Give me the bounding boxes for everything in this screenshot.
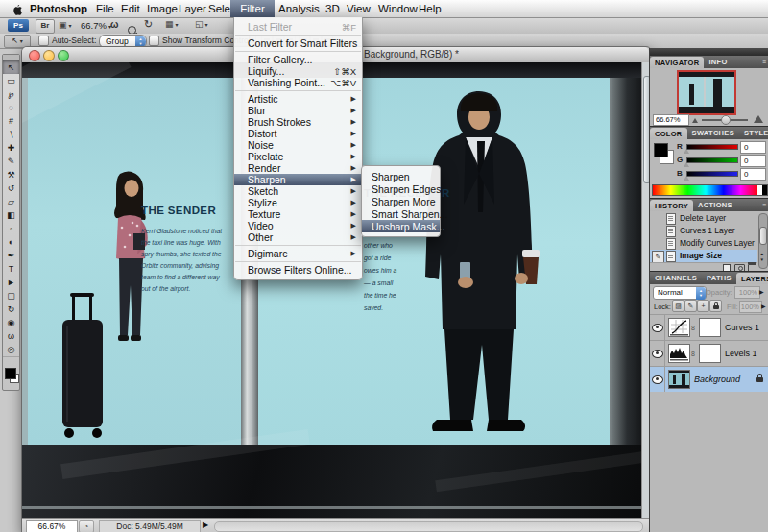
tool-zoom[interactable]: ◎ bbox=[3, 343, 19, 356]
menu-item-render[interactable]: Render▶ bbox=[234, 162, 362, 174]
menu-item-brush-strokes[interactable]: Brush Strokes▶ bbox=[234, 116, 362, 128]
tool-blur[interactable]: ◦ bbox=[3, 222, 19, 235]
menubar-item-photoshop[interactable]: Photoshop bbox=[25, 0, 92, 17]
submenu-item-unsharp-mask-highlighted[interactable]: Unsharp Mask... bbox=[362, 220, 440, 232]
status-pie-icon[interactable]: ◔ bbox=[79, 520, 94, 532]
minimize-window-button[interactable] bbox=[43, 50, 55, 61]
slider-thumb[interactable] bbox=[721, 115, 731, 125]
tool-brush[interactable]: ✎ bbox=[3, 155, 19, 168]
foreground-color-swatch[interactable] bbox=[5, 368, 16, 379]
lock-all-button[interactable] bbox=[709, 300, 722, 312]
tab-channels[interactable]: CHANNELS bbox=[650, 272, 702, 285]
menu-item-video[interactable]: Video▶ bbox=[234, 220, 362, 231]
tab-paths[interactable]: PATHS bbox=[702, 272, 736, 285]
opacity-slider-arrow[interactable]: ▶ bbox=[759, 288, 764, 295]
navigator-proxy-preview[interactable] bbox=[677, 70, 736, 115]
zoom-level-dropdown[interactable]: 66.7%▾ bbox=[81, 17, 111, 34]
menu-item-sharpen-highlighted[interactable]: Sharpen▶ bbox=[234, 174, 362, 185]
panel-menu-icon[interactable]: ≡ bbox=[762, 199, 768, 212]
menu-item-pixelate[interactable]: Pixelate▶ bbox=[234, 151, 362, 162]
menubar-item-view[interactable]: View bbox=[342, 0, 375, 17]
visibility-toggle[interactable] bbox=[650, 367, 665, 392]
lock-position-button[interactable]: + bbox=[697, 300, 709, 312]
green-slider[interactable] bbox=[686, 157, 738, 163]
red-slider[interactable] bbox=[686, 144, 738, 150]
tool-eyedropper[interactable]: ∖ bbox=[3, 128, 19, 141]
blend-mode-dropdown[interactable]: Normal ▲▼ bbox=[653, 286, 707, 300]
tool-clone-stamp[interactable]: ⚒ bbox=[3, 168, 19, 181]
launch-bridge-button[interactable]: Br bbox=[36, 19, 55, 34]
menu-item-digimarc[interactable]: Digimarc▶ bbox=[234, 248, 362, 259]
fill-slider-arrow[interactable]: ▶ bbox=[761, 302, 766, 309]
green-slider-thumb[interactable] bbox=[684, 162, 689, 167]
menu-item-sketch[interactable]: Sketch▶ bbox=[234, 185, 362, 197]
dock-header[interactable] bbox=[650, 48, 768, 55]
view-extras-button[interactable]: ▣▾ bbox=[59, 20, 72, 30]
tool-rectangular-marquee[interactable]: ▭ bbox=[3, 74, 19, 87]
black-swatch[interactable] bbox=[762, 184, 768, 196]
tab-actions[interactable]: ACTIONS bbox=[693, 199, 737, 212]
lock-transparency-button[interactable]: ▨ bbox=[672, 300, 684, 312]
zoom-in-icon[interactable] bbox=[754, 115, 763, 123]
submenu-item-sharpen-more[interactable]: Sharpen More bbox=[362, 195, 440, 207]
tool-crop[interactable]: # bbox=[3, 114, 19, 128]
zoom-window-button[interactable] bbox=[58, 50, 69, 61]
visibility-toggle[interactable] bbox=[650, 315, 665, 340]
menu-item-vanishing-point[interactable]: Vanishing Point...⌥⌘V bbox=[234, 77, 362, 88]
menu-item-liquify[interactable]: Liquify...⇧⌘X bbox=[234, 65, 362, 77]
history-state-modify-curves-layer[interactable]: Modify Curves Layer bbox=[650, 237, 757, 250]
arrange-documents-button[interactable]: ▦▾ bbox=[165, 19, 179, 29]
menubar-item-filter-active[interactable]: Filter bbox=[230, 0, 275, 17]
tool-rectangle-shape[interactable]: ▢ bbox=[3, 289, 19, 302]
history-state-curves-1-layer[interactable]: Curves 1 Layer bbox=[650, 225, 757, 237]
foreground-color-swatch[interactable] bbox=[654, 143, 668, 157]
blue-value-field[interactable]: 0 bbox=[740, 168, 766, 181]
document-size-info[interactable]: Doc: 5.49M/5.49M bbox=[99, 520, 201, 532]
red-value-field[interactable]: 0 bbox=[740, 141, 766, 154]
scroll-down-arrow[interactable]: ▼ bbox=[760, 257, 764, 262]
submenu-item-sharpen[interactable]: Sharpen bbox=[362, 170, 440, 182]
scroll-up-arrow[interactable]: ▲ bbox=[760, 252, 764, 256]
submenu-item-sharpen-edges[interactable]: Sharpen Edges bbox=[362, 182, 440, 195]
menubar-item-edit[interactable]: Edit bbox=[116, 0, 145, 17]
visibility-toggle[interactable] bbox=[650, 341, 665, 366]
opacity-value-field[interactable]: 100% bbox=[734, 286, 760, 299]
navigator-zoom-field[interactable]: 66.67% bbox=[653, 114, 689, 126]
menu-item-stylize[interactable]: Stylize▶ bbox=[234, 197, 362, 208]
history-state-delete-layer[interactable]: Delete Layer bbox=[650, 212, 757, 225]
blue-slider[interactable] bbox=[686, 171, 738, 177]
layer-row-levels-1[interactable]: 8 Levels 1 bbox=[650, 340, 768, 366]
menu-item-other[interactable]: Other▶ bbox=[234, 231, 362, 243]
menubar-item-file[interactable]: File bbox=[91, 0, 119, 17]
tab-swatches[interactable]: SWATCHES bbox=[687, 127, 739, 140]
tab-styles[interactable]: STYLES bbox=[739, 127, 768, 140]
menu-item-browse-filters-online[interactable]: Browse Filters Online... bbox=[234, 264, 362, 276]
tool-spot-healing-brush[interactable]: ✚ bbox=[3, 141, 19, 155]
menu-item-filter-gallery[interactable]: Filter Gallery... bbox=[234, 54, 362, 65]
layer-row-background-selected[interactable]: Background bbox=[650, 366, 768, 392]
blue-slider-thumb[interactable] bbox=[684, 176, 689, 181]
status-options-arrow[interactable]: ▶ bbox=[203, 520, 208, 529]
tab-info[interactable]: INFO bbox=[704, 56, 732, 69]
tool-3d-orbit[interactable]: ◉ bbox=[3, 316, 19, 329]
menu-item-blur[interactable]: Blur▶ bbox=[234, 105, 362, 116]
tool-eraser[interactable]: ▱ bbox=[3, 195, 19, 208]
tool-move[interactable]: ↖ bbox=[3, 60, 19, 74]
menu-item-distort[interactable]: Distort▶ bbox=[234, 128, 362, 139]
tool-hand[interactable]: ω bbox=[3, 329, 19, 343]
show-transform-controls-checkbox[interactable] bbox=[149, 36, 159, 46]
levels-adjustment-thumbnail[interactable] bbox=[668, 344, 690, 363]
screen-mode-button[interactable]: ◱▾ bbox=[195, 19, 208, 29]
zoom-out-icon[interactable] bbox=[692, 118, 698, 123]
status-zoom-field[interactable]: 66.67% bbox=[26, 520, 78, 532]
tool-path-selection[interactable]: ► bbox=[3, 276, 19, 289]
hand-tool-icon[interactable]: ω bbox=[110, 19, 118, 30]
curves-adjustment-thumbnail[interactable] bbox=[668, 318, 690, 337]
panel-menu-icon[interactable]: ≡ bbox=[762, 56, 768, 69]
background-layer-thumbnail[interactable] bbox=[668, 370, 690, 389]
tool-history-brush[interactable]: ↺ bbox=[3, 181, 19, 195]
menu-item-convert-for-smart-filters[interactable]: Convert for Smart Filters bbox=[234, 37, 362, 49]
submenu-item-smart-sharpen[interactable]: Smart Sharpen... bbox=[362, 207, 440, 220]
fill-value-field[interactable]: 100% bbox=[739, 301, 762, 313]
layer-row-curves-1[interactable]: 8 Curves 1 bbox=[650, 314, 768, 340]
